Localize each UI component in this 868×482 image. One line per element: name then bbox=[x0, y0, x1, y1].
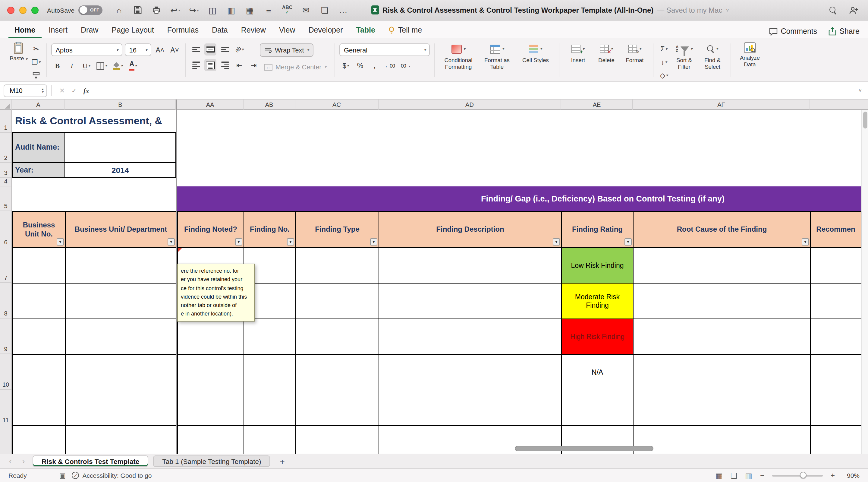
cell[interactable] bbox=[296, 248, 379, 284]
cell[interactable] bbox=[244, 319, 296, 355]
cell[interactable] bbox=[379, 248, 562, 284]
sheet-nav-left-icon[interactable]: ‹ bbox=[6, 457, 14, 466]
filter-dropdown-button[interactable]: ▼ bbox=[235, 238, 242, 246]
percent-button[interactable]: % bbox=[354, 60, 366, 72]
cell[interactable] bbox=[13, 284, 66, 319]
fill-color-button[interactable]: ▾ bbox=[111, 60, 125, 72]
horizontal-scrollbar[interactable] bbox=[515, 446, 653, 451]
row-header-3[interactable]: 3 bbox=[0, 163, 11, 178]
sheet-nav-right-icon[interactable]: › bbox=[19, 457, 28, 466]
header-business-unit-department[interactable]: Business Unit/ Department▼ bbox=[66, 212, 177, 248]
row-header-11[interactable]: 11 bbox=[0, 390, 11, 425]
mail-icon[interactable]: ✉ bbox=[299, 3, 313, 17]
cell[interactable] bbox=[379, 319, 562, 355]
name-box[interactable]: M10 ▴▾ bbox=[4, 84, 47, 97]
number-format-select[interactable]: General▾ bbox=[340, 44, 430, 56]
cell-a2-audit-name[interactable]: Audit Name: bbox=[12, 133, 65, 163]
align-text-icon[interactable]: ≡ bbox=[261, 3, 276, 17]
cell[interactable] bbox=[178, 426, 244, 454]
share-button[interactable]: Share bbox=[828, 27, 860, 36]
filter-dropdown-button[interactable]: ▼ bbox=[370, 238, 377, 246]
conditional-formatting-button[interactable]: ▾ Conditional Formatting bbox=[439, 40, 478, 70]
row-header-6[interactable]: 6 bbox=[0, 211, 11, 247]
column-header-af[interactable]: AF bbox=[633, 100, 810, 110]
align-left-button[interactable] bbox=[190, 59, 202, 71]
cell[interactable] bbox=[811, 390, 861, 426]
fullscreen-window-button[interactable] bbox=[31, 6, 38, 13]
row-header-9[interactable]: 9 bbox=[0, 318, 11, 354]
cell[interactable] bbox=[66, 319, 177, 355]
format-as-table-button[interactable]: ▾ Format as Table bbox=[478, 40, 516, 70]
wrap-text-button[interactable]: Wrap Text▾ bbox=[260, 44, 314, 57]
cell[interactable] bbox=[633, 426, 811, 454]
cell[interactable] bbox=[811, 284, 861, 319]
comments-button[interactable]: Comments bbox=[769, 27, 817, 36]
close-window-button[interactable] bbox=[7, 6, 14, 13]
zoom-level[interactable]: 90% bbox=[843, 472, 860, 479]
tab-review[interactable]: Review bbox=[235, 23, 272, 38]
tab-draw[interactable]: Draw bbox=[75, 23, 104, 38]
vertical-scrollbar-track[interactable] bbox=[861, 110, 868, 454]
title-chevron-icon[interactable]: ˅ bbox=[726, 7, 729, 13]
add-sheet-button[interactable]: + bbox=[275, 456, 290, 466]
formula-bar-expand-icon[interactable]: ˅ bbox=[852, 87, 868, 93]
cell[interactable] bbox=[811, 426, 861, 454]
align-middle-button[interactable] bbox=[204, 44, 216, 56]
column-header-a[interactable]: A bbox=[12, 100, 65, 110]
confirm-entry-icon[interactable]: ✓ bbox=[68, 87, 80, 94]
header-finding-description[interactable]: Finding Description▼ bbox=[379, 212, 562, 248]
sheet-tab-tab1-sample-testing-template[interactable]: Tab 1 (Sample Testing Template) bbox=[153, 455, 270, 467]
cell[interactable] bbox=[13, 355, 66, 390]
cell[interactable] bbox=[811, 248, 861, 284]
sort-filter-button[interactable]: AZ ▾ Sort & Filter bbox=[670, 40, 698, 81]
column-header-ab[interactable]: AB bbox=[244, 100, 296, 110]
clear-button[interactable]: ◇▾ bbox=[658, 69, 670, 81]
align-center-button[interactable] bbox=[204, 59, 216, 71]
select-all-corner[interactable] bbox=[0, 100, 12, 110]
filter-dropdown-button[interactable]: ▼ bbox=[167, 238, 175, 246]
borders-button[interactable]: ▾ bbox=[95, 60, 109, 72]
cell[interactable] bbox=[178, 355, 244, 390]
cancel-entry-icon[interactable]: ✕ bbox=[56, 87, 68, 94]
cell[interactable] bbox=[633, 355, 811, 390]
decrease-indent-button[interactable]: ⇤ bbox=[233, 59, 245, 71]
autosum-button[interactable]: Σ▾ bbox=[658, 43, 670, 55]
zoom-in-button[interactable]: + bbox=[831, 471, 835, 480]
table-tools-icon[interactable]: ▥ bbox=[224, 3, 239, 17]
tab-page-layout[interactable]: Page Layout bbox=[105, 23, 160, 38]
merge-center-button[interactable]: ↔ Merge & Center▾ bbox=[260, 60, 331, 74]
row-header-2[interactable]: 2 bbox=[0, 133, 11, 163]
tab-data[interactable]: Data bbox=[206, 23, 234, 38]
row-header-12[interactable] bbox=[0, 425, 11, 454]
more-toolbar-icon[interactable]: … bbox=[336, 3, 350, 17]
comma-style-button[interactable]: , bbox=[369, 60, 381, 72]
cell[interactable] bbox=[66, 390, 177, 426]
insert-function-icon[interactable]: fx bbox=[80, 87, 92, 94]
comment-marker-icon[interactable] bbox=[178, 248, 182, 252]
cell[interactable] bbox=[66, 284, 177, 319]
header-finding-rating[interactable]: Finding Rating▼ bbox=[562, 212, 633, 248]
header-finding-type[interactable]: Finding Type▼ bbox=[296, 212, 379, 248]
cell[interactable] bbox=[296, 355, 379, 390]
cell[interactable] bbox=[244, 426, 296, 454]
name-box-spinner[interactable]: ▴▾ bbox=[41, 87, 44, 93]
cell[interactable] bbox=[244, 390, 296, 426]
currency-button[interactable]: $▾ bbox=[340, 60, 352, 72]
cell[interactable] bbox=[379, 355, 562, 390]
format-cells-button[interactable]: ✎▾ Format bbox=[621, 40, 649, 64]
cell[interactable] bbox=[811, 355, 861, 390]
cell[interactable] bbox=[811, 319, 861, 355]
spell-check-icon[interactable]: ABC✓ bbox=[280, 3, 294, 17]
cell-styles-button[interactable]: ▾ Cell Styles bbox=[516, 40, 555, 70]
freeze-panes-icon[interactable]: ◫ bbox=[205, 3, 220, 17]
tab-formulas[interactable]: Formulas bbox=[161, 23, 205, 38]
zoom-slider-thumb[interactable] bbox=[800, 472, 807, 478]
cell[interactable] bbox=[13, 319, 66, 355]
save-icon[interactable] bbox=[130, 3, 145, 17]
cut-button[interactable]: ✂ bbox=[30, 43, 42, 55]
cell[interactable] bbox=[13, 390, 66, 426]
bold-button[interactable]: B bbox=[51, 60, 63, 72]
cell-b2[interactable] bbox=[65, 133, 176, 163]
cell-finding-gap-banner[interactable]: Finding/ Gap (i.e., Deficiency) Based on… bbox=[177, 187, 861, 211]
header-finding-no[interactable]: Finding No.▼ bbox=[244, 212, 296, 248]
